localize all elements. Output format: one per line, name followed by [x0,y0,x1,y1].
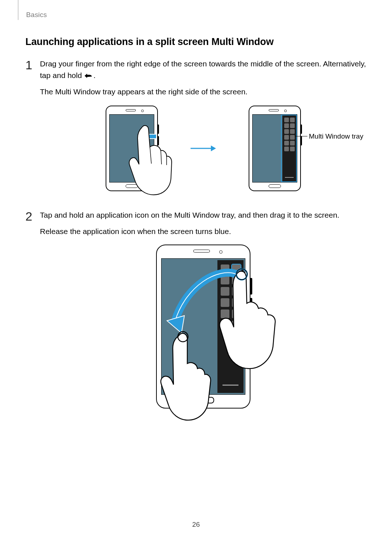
multi-window-tray [217,260,244,393]
transition-arrow-icon [191,145,216,152]
breadcrumb-section: Basics [26,11,47,19]
callout-label: Multi Window tray [309,132,363,140]
step-text: Drag your finger from the right edge of … [40,58,367,81]
illustration-phone-after [249,106,301,191]
callout-leader [295,136,307,136]
step-text: Release the application icon when the sc… [40,226,367,237]
step-number: 1 [25,58,33,206]
multi-window-tray [282,115,296,181]
step-1: 1 Drag your finger from the right edge o… [25,58,367,206]
dragged-app-ghost [175,338,185,349]
figure-2-wrap [40,245,367,409]
back-icon [84,73,93,79]
illustration-phone-before [106,106,158,191]
page-number: 26 [0,521,392,529]
step-text-fragment: . [93,71,95,79]
step-text: The Multi Window tray appears at the rig… [40,86,367,98]
step-2: 2 Tap and hold an application icon on th… [25,209,367,409]
header-rule [18,0,19,20]
illustration-phone-drag [156,245,250,409]
svg-marker-2 [211,145,216,151]
figure-row-1: Multi Window tray [40,106,367,191]
step-number: 2 [25,209,33,409]
section-heading: Launching applications in a split screen… [25,36,274,48]
step-text: Tap and hold an application icon on the … [40,209,367,221]
